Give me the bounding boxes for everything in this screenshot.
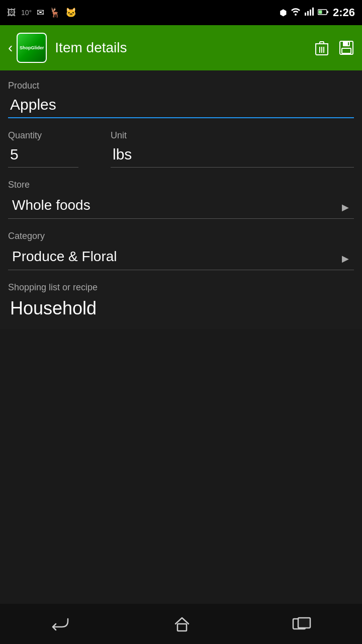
unit-input[interactable] (111, 144, 354, 168)
page-title: Item details (55, 40, 315, 56)
back-button[interactable]: ‹ (8, 40, 13, 56)
svg-rect-3 (312, 8, 314, 16)
notification-icon1: 🦌 (49, 7, 60, 18)
category-label: Category (8, 231, 354, 242)
category-field: Category Produce & Floral ▶ (8, 231, 354, 270)
category-dropdown-arrow: ▶ (342, 253, 349, 264)
category-value[interactable]: Produce & Floral (8, 245, 354, 270)
status-bar-left: 🖼 10° ✉ 🦌 🐱 (7, 7, 76, 18)
wifi-icon (291, 8, 301, 18)
svg-rect-0 (305, 13, 306, 16)
battery-icon (318, 8, 329, 18)
bottom-navigation (0, 604, 362, 644)
home-nav-button[interactable] (163, 611, 201, 637)
back-nav-button[interactable] (41, 612, 82, 636)
toolbar-actions (315, 40, 354, 56)
quantity-label: Quantity (8, 130, 99, 141)
svg-rect-18 (348, 42, 349, 45)
quantity-unit-row: Quantity Unit (8, 130, 354, 168)
store-dropdown[interactable]: Whole foods ▶ (8, 193, 354, 219)
svg-rect-5 (327, 11, 328, 13)
save-button[interactable] (339, 40, 354, 55)
delete-button[interactable] (315, 40, 329, 56)
svg-rect-17 (342, 48, 351, 53)
store-value[interactable]: Whole foods (8, 193, 354, 219)
unit-field: Unit (99, 130, 354, 168)
product-input[interactable] (8, 94, 354, 118)
status-bar-right: ⬢ 2:26 (280, 6, 355, 19)
svg-rect-21 (298, 618, 310, 628)
gallery-icon: 🖼 (7, 8, 16, 18)
store-field: Store Whole foods ▶ (8, 180, 354, 219)
battery-percent: 10° (21, 9, 32, 17)
form-content: Product Quantity Unit Store Whole foods … (0, 70, 362, 329)
app-logo: ShopGlider (17, 33, 47, 63)
store-dropdown-arrow: ▶ (342, 202, 349, 213)
shopping-list-value[interactable]: Household (8, 296, 354, 319)
mail-icon: ✉ (37, 7, 44, 18)
status-bar: 🖼 10° ✉ 🦌 🐱 ⬢ 2:26 (0, 0, 362, 25)
notification-icon2: 🐱 (65, 7, 76, 18)
product-field: Product (8, 80, 354, 130)
shopping-list-label: Shopping list or recipe (8, 282, 354, 293)
toolbar: ‹ ShopGlider Item details (0, 25, 362, 70)
category-dropdown[interactable]: Produce & Floral ▶ (8, 245, 354, 270)
signal-icon (305, 8, 314, 18)
bluetooth-icon: ⬢ (280, 8, 287, 18)
svg-rect-1 (307, 11, 309, 16)
quantity-input[interactable] (8, 144, 78, 168)
logo-text: ShopGlider (20, 45, 44, 51)
svg-rect-19 (177, 624, 187, 631)
product-label: Product (8, 80, 354, 91)
store-label: Store (8, 180, 354, 190)
shopping-list-field: Shopping list or recipe Household (8, 282, 354, 319)
svg-rect-6 (318, 10, 322, 14)
quantity-field: Quantity (8, 130, 99, 168)
svg-rect-2 (310, 10, 311, 16)
status-time: 2:26 (333, 6, 355, 19)
recents-nav-button[interactable] (282, 612, 321, 636)
unit-label: Unit (111, 130, 354, 141)
